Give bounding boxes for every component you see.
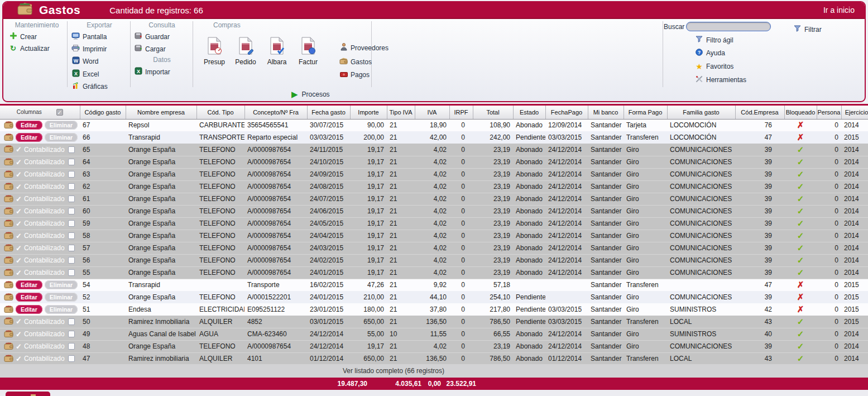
actualizar-button[interactable]: ↻ Actualizar: [9, 44, 67, 53]
row-wallet-icon[interactable]: [4, 305, 13, 314]
pedido-button[interactable]: Pedido: [232, 37, 259, 79]
row-checkbox[interactable]: [68, 257, 75, 264]
row-wallet-icon[interactable]: [4, 268, 13, 278]
row-checkbox[interactable]: [68, 355, 75, 362]
editar-button[interactable]: Editar: [16, 133, 42, 142]
row-wallet-icon[interactable]: [4, 317, 13, 326]
row-checkbox[interactable]: [68, 220, 75, 227]
filtro-agil-button[interactable]: Filtro ágil: [695, 36, 853, 44]
row-wallet-icon[interactable]: [4, 354, 13, 364]
gasto-row-54[interactable]: EditarEliminar54TransrapidTransporte16/0…: [0, 279, 868, 291]
col-header-fechapago[interactable]: FechaPago: [545, 106, 588, 119]
row-wallet-icon[interactable]: [4, 121, 13, 130]
col-header-bloqueado[interactable]: Bloqueado: [784, 106, 817, 119]
crear-button[interactable]: Crear: [9, 32, 67, 41]
col-header-fecha-gasto[interactable]: Fecha gasto: [307, 106, 350, 119]
col-header-ejercicio[interactable]: Ejercicio: [841, 106, 868, 119]
row-wallet-icon[interactable]: [4, 280, 13, 290]
row-checkbox[interactable]: [68, 171, 75, 178]
select-all-checkbox[interactable]: ✓: [56, 109, 63, 116]
row-wallet-icon[interactable]: [4, 170, 13, 179]
col-header-estado[interactable]: Estado: [513, 106, 545, 119]
row-checkbox[interactable]: [68, 195, 75, 202]
graficas-button[interactable]: Gráficas: [71, 82, 130, 91]
search-input[interactable]: [686, 22, 771, 31]
albara-button[interactable]: Albara: [263, 37, 290, 79]
row-checkbox[interactable]: [68, 232, 75, 239]
col-header-nombre-empresa[interactable]: Nombre empresa: [126, 106, 196, 119]
col-header-irpf[interactable]: IRPF: [449, 106, 473, 119]
row-wallet-icon[interactable]: [4, 182, 13, 192]
gasto-row-63[interactable]: ✓Contabilizado63Orange EspañaTELEFONOA/0…: [0, 168, 868, 180]
col-header-iva[interactable]: IVA: [415, 106, 449, 119]
eliminar-button[interactable]: Eliminar: [45, 133, 78, 142]
gasto-row-65[interactable]: ✓Contabilizado65Orange EspañaTELEFONOA/0…: [0, 144, 868, 156]
row-wallet-icon[interactable]: [4, 256, 13, 265]
gasto-row-55[interactable]: ✓Contabilizado55Orange EspañaTELEFONOA/0…: [0, 266, 868, 279]
gasto-row-47[interactable]: ✓Contabilizado47Ramirez inmobiliariaALQU…: [0, 352, 868, 364]
row-checkbox[interactable]: [68, 318, 75, 325]
editar-button[interactable]: Editar: [16, 121, 42, 130]
row-checkbox[interactable]: [68, 208, 75, 214]
imprimir-button[interactable]: Imprimir: [71, 45, 130, 53]
proveedores-link[interactable]: Proveedores: [339, 43, 389, 53]
eliminar-button[interactable]: Eliminar: [45, 293, 78, 302]
gastos-link[interactable]: Gastos: [339, 58, 389, 66]
gasto-row-48[interactable]: ✓Contabilizado48Orange EspañaTELEFONOA/0…: [0, 340, 868, 352]
col-header-forma-pago[interactable]: Forma Pago: [624, 106, 667, 119]
gasto-row-67[interactable]: EditarEliminar67RepsolCARBURANTES3565456…: [0, 119, 868, 131]
row-wallet-icon[interactable]: [4, 207, 13, 216]
row-wallet-icon[interactable]: [4, 231, 13, 241]
gasto-row-61[interactable]: ✓Contabilizado61Orange EspañaTELEFONOA/0…: [0, 193, 868, 205]
gasto-row-56[interactable]: ✓Contabilizado56Orange EspañaTELEFONOA/0…: [0, 254, 868, 266]
eliminar-button[interactable]: Eliminar: [45, 121, 78, 130]
factur-button[interactable]: Factur: [295, 37, 322, 79]
excel-button[interactable]: X Excel: [71, 69, 130, 79]
eliminar-button[interactable]: Eliminar: [45, 280, 78, 289]
importar-button[interactable]: X Importar: [134, 67, 192, 77]
col-header-codigo-gasto[interactable]: Código gasto: [80, 106, 126, 119]
procesos-button[interactable]: ▶ Procesos: [291, 89, 330, 99]
next-panel-tab[interactable]: [6, 392, 50, 396]
row-wallet-icon[interactable]: [4, 133, 13, 142]
row-checkbox[interactable]: [68, 343, 75, 350]
row-wallet-icon[interactable]: [4, 342, 13, 351]
gasto-row-57[interactable]: ✓Contabilizado57Orange EspañaTELEFONOA/0…: [0, 242, 868, 254]
gasto-row-59[interactable]: ✓Contabilizado59Orange EspañaTELEFONOA/0…: [0, 217, 868, 230]
gasto-row-49[interactable]: ✓Contabilizado49Aguas Canal de Isabel II…: [0, 328, 868, 340]
pantalla-button[interactable]: Pantalla: [71, 32, 130, 41]
gasto-row-52[interactable]: EditarEliminar52Orange EspañaTELEFONOA/0…: [0, 291, 868, 303]
ayuda-button[interactable]: ? Ayuda: [695, 49, 853, 58]
row-checkbox[interactable]: [68, 159, 75, 165]
go-home-link[interactable]: Ir a inicio: [823, 6, 855, 15]
row-wallet-icon[interactable]: [4, 194, 13, 204]
editar-button[interactable]: Editar: [16, 305, 42, 314]
pagos-link[interactable]: Pagos: [339, 71, 389, 79]
col-header-total[interactable]: Total: [473, 106, 513, 119]
presup-button[interactable]: Presup: [201, 37, 228, 79]
col-header-mi-banco[interactable]: Mi banco: [588, 106, 624, 119]
row-checkbox[interactable]: [68, 331, 75, 337]
gasto-row-51[interactable]: EditarEliminar51EndesaELECTRICIDADE09525…: [0, 303, 868, 316]
col-header-cod-tipo[interactable]: Cód. Tipo: [196, 106, 244, 119]
row-wallet-icon[interactable]: [4, 330, 13, 339]
gasto-row-64[interactable]: ✓Contabilizado64Orange EspañaTELEFONOA/0…: [0, 156, 868, 168]
cargar-button[interactable]: Cargar: [134, 45, 192, 54]
row-checkbox[interactable]: [68, 245, 75, 251]
guardar-button[interactable]: Guardar: [134, 32, 192, 41]
gasto-row-58[interactable]: ✓Contabilizado58Orange EspañaTELEFONOA/0…: [0, 230, 868, 242]
editar-button[interactable]: Editar: [16, 280, 42, 289]
gasto-row-66[interactable]: EditarEliminar66TransrapidTRANSPORTERepa…: [0, 131, 868, 144]
word-button[interactable]: W Word: [71, 56, 130, 66]
gasto-row-50[interactable]: ✓Contabilizado50Ramirez InmobiliariaALQU…: [0, 316, 868, 328]
row-wallet-icon[interactable]: [4, 244, 13, 253]
row-wallet-icon[interactable]: [4, 293, 13, 302]
favoritos-button[interactable]: ★ Favoritos: [695, 62, 853, 71]
col-header-tipo-iva[interactable]: Tipo IVA: [387, 106, 415, 119]
view-all-link[interactable]: Ver listado completo (66 registros): [0, 364, 787, 378]
herramientas-button[interactable]: Herramientas: [695, 75, 853, 84]
col-header-persona[interactable]: Persona: [817, 106, 841, 119]
col-header-familia-gasto[interactable]: Familia gasto: [667, 106, 735, 119]
editar-button[interactable]: Editar: [16, 293, 42, 302]
gasto-row-60[interactable]: ✓Contabilizado60Orange EspañaTELEFONOA/0…: [0, 205, 868, 217]
